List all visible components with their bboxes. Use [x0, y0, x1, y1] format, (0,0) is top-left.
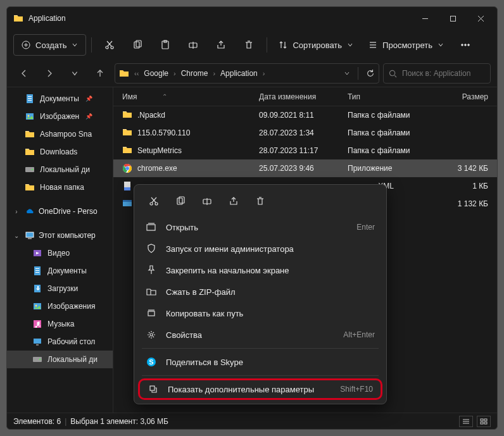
close-button[interactable] — [467, 9, 495, 28]
sidebar-quick-item[interactable]: Ashampoo Sna — [7, 125, 113, 143]
chevron-down-icon — [72, 42, 78, 48]
sidebar-quick-item[interactable]: Downloads — [7, 143, 113, 161]
svg-rect-75 — [147, 225, 155, 230]
selection-info: Выбран 1 элемент: 3,06 МБ — [70, 417, 168, 426]
col-type[interactable]: Тип — [348, 92, 430, 101]
toolbar: Создать Сортировать Просмотреть — [7, 30, 497, 60]
ctx-copy-button[interactable] — [168, 191, 192, 211]
back-button[interactable] — [13, 63, 35, 84]
refresh-button[interactable] — [366, 69, 375, 78]
sort-button[interactable]: Сортировать — [272, 34, 360, 56]
svg-rect-31 — [28, 100, 32, 101]
file-row[interactable]: SetupMetrics 28.07.2023 11:17 Папка с фа… — [113, 142, 497, 159]
chevron-down-icon — [438, 42, 444, 48]
svg-line-70 — [151, 197, 156, 202]
svg-point-33 — [28, 115, 30, 117]
paste-button[interactable] — [153, 34, 178, 56]
col-date[interactable]: Дата изменения — [259, 92, 348, 101]
status-bar: Элементов: 6 | Выбран 1 элемент: 3,06 МБ — [7, 413, 497, 429]
sidebar-pc-item[interactable]: Загрузки — [7, 280, 113, 297]
sidebar-pc-item[interactable]: Рабочий стол — [7, 333, 113, 351]
col-name[interactable]: Имя⌃ — [113, 92, 259, 101]
col-size[interactable]: Размер — [430, 92, 497, 101]
ctx-open[interactable]: ОткрытьEnter — [138, 216, 382, 238]
sidebar-quick-item[interactable]: Изображен📌 — [7, 108, 113, 125]
sidebar-onedrive[interactable]: ›OneDrive - Perso — [7, 202, 113, 220]
svg-point-46 — [35, 305, 37, 307]
chevron-down-icon[interactable] — [344, 70, 350, 77]
sidebar-pc-item[interactable]: Документы — [7, 262, 113, 280]
rename-button[interactable] — [180, 34, 206, 56]
breadcrumb-seg[interactable]: Google — [144, 69, 168, 78]
ctx-rename-button[interactable] — [195, 191, 219, 211]
search-input[interactable]: Поиск в: Application — [383, 63, 491, 84]
file-row[interactable]: 115.0.5790.110 28.07.2023 1:34 Папка с ф… — [113, 124, 497, 142]
item-count: Элементов: 6 — [13, 417, 61, 426]
view-button[interactable]: Просмотреть — [362, 34, 450, 56]
ctx-pin-start[interactable]: Закрепить на начальном экране — [138, 259, 382, 281]
column-headers: Имя⌃ Дата изменения Тип Размер — [113, 87, 497, 106]
cut-button[interactable] — [97, 34, 122, 56]
svg-rect-57 — [124, 187, 130, 190]
svg-rect-36 — [26, 232, 34, 237]
ctx-cut-button[interactable] — [142, 191, 166, 211]
svg-point-24 — [468, 44, 470, 46]
svg-line-69 — [152, 197, 156, 202]
ctx-runas-admin[interactable]: Запуск от имени администратора — [138, 238, 382, 259]
svg-line-27 — [394, 75, 396, 77]
share-button[interactable] — [208, 34, 234, 56]
breadcrumb-seg[interactable]: Application — [220, 69, 258, 78]
explorer-window: Application Создать Сортировать Просмотр… — [6, 6, 498, 430]
svg-point-22 — [462, 44, 463, 46]
svg-point-68 — [155, 202, 158, 205]
thumb-view-button[interactable] — [477, 416, 491, 427]
svg-rect-30 — [28, 98, 32, 99]
folder-icon — [119, 69, 129, 78]
svg-point-8 — [111, 46, 113, 49]
ctx-copy-path[interactable]: Копировать как путь — [138, 302, 382, 324]
delete-button[interactable] — [236, 34, 261, 56]
more-button[interactable] — [453, 34, 478, 56]
sidebar-pc-item[interactable]: Локальный ди — [7, 351, 113, 368]
ctx-skype-share[interactable]: SПоделиться в Skype — [138, 351, 382, 373]
svg-point-80 — [150, 333, 153, 336]
sidebar-quick-item[interactable]: Локальный ди — [7, 161, 113, 178]
sidebar-pc-item[interactable]: Изображения — [7, 297, 113, 315]
chevron-down-icon — [347, 42, 353, 48]
svg-point-23 — [465, 44, 467, 46]
minimize-button[interactable] — [411, 9, 439, 28]
titlebar: Application — [7, 7, 497, 30]
sidebar-pc-item[interactable]: Видео — [7, 244, 113, 262]
context-menu: ОткрытьEnter Запуск от имени администрат… — [134, 184, 387, 404]
breadcrumb[interactable]: ‹‹ Google › Chrome › Application › — [115, 63, 379, 84]
sidebar-quick-item[interactable]: Новая папка — [7, 178, 113, 196]
svg-rect-83 — [150, 386, 154, 390]
file-row[interactable]: chrome.exe 25.07.2023 9:46 Приложение 3 … — [113, 159, 497, 177]
svg-rect-42 — [35, 270, 39, 271]
svg-line-9 — [108, 41, 112, 46]
ctx-properties[interactable]: СвойстваAlt+Enter — [138, 324, 382, 346]
ctx-show-more-options[interactable]: Показать дополнительные параметрыShift+F… — [138, 378, 382, 400]
up-button[interactable] — [89, 63, 111, 84]
new-button[interactable]: Создать — [13, 34, 86, 56]
svg-rect-49 — [36, 344, 39, 346]
forward-button[interactable] — [39, 63, 60, 84]
copy-button[interactable] — [125, 34, 150, 56]
file-row[interactable]: .Npackd 09.09.2021 8:11 Папка с файлами — [113, 106, 497, 124]
ctx-compress-zip[interactable]: Сжать в ZIP-файл — [138, 281, 382, 302]
sidebar-thispc[interactable]: ⌄Этот компьютер — [7, 227, 113, 244]
nav-row: ‹‹ Google › Chrome › Application › Поиск… — [7, 60, 497, 87]
search-icon — [389, 70, 397, 78]
recent-button[interactable] — [64, 63, 85, 84]
maximize-button[interactable] — [439, 9, 467, 28]
sidebar-quick-item[interactable]: Документы📌 — [7, 90, 113, 108]
ctx-delete-button[interactable] — [248, 191, 272, 211]
details-view-button[interactable] — [459, 416, 473, 427]
ctx-share-button[interactable] — [222, 191, 246, 211]
svg-point-26 — [389, 70, 394, 75]
svg-rect-65 — [481, 422, 483, 424]
breadcrumb-seg[interactable]: Chrome — [181, 69, 208, 78]
svg-rect-29 — [28, 96, 32, 97]
sidebar-pc-item[interactable]: Музыка — [7, 315, 113, 333]
svg-point-7 — [106, 46, 108, 49]
